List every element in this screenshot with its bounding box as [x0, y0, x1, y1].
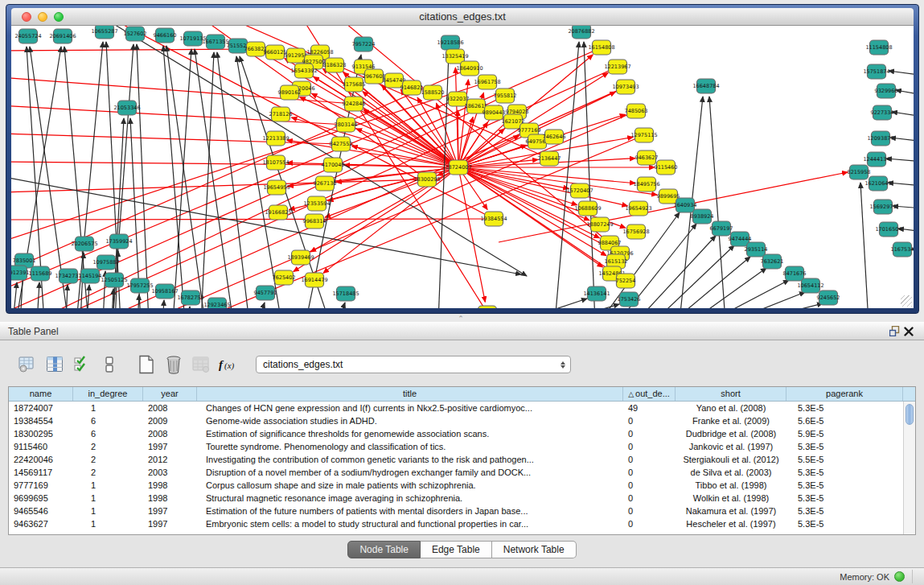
- graph-node[interactable]: 7485063: [625, 104, 648, 118]
- network-window-titlebar[interactable]: citations_edges.txt: [11, 8, 914, 26]
- citation-edge[interactable]: [458, 167, 569, 188]
- citation-edge[interactable]: [257, 303, 265, 308]
- graph-node[interactable]: 1753426: [618, 292, 641, 307]
- graph-node[interactable]: 18807249: [586, 217, 613, 232]
- graph-node[interactable]: 16543392: [290, 64, 317, 78]
- graph-node[interactable]: 19166825: [265, 205, 291, 220]
- graph-node[interactable]: 21053346: [113, 101, 140, 115]
- table-row[interactable]: 911546021997Tourette syndrome. Phenomeno…: [9, 440, 903, 453]
- table-row[interactable]: 1872400712008Changes of HCN gene express…: [9, 402, 903, 414]
- graph-node[interactable]: 9329966: [875, 84, 898, 98]
- new-table-icon[interactable]: [135, 353, 158, 376]
- graph-node[interactable]: 17016504: [875, 222, 901, 237]
- network-canvas[interactable]: 1872400724055724206914061065528715276029…: [11, 26, 914, 308]
- row-height-icon[interactable]: [98, 353, 121, 376]
- citation-edge[interactable]: [748, 303, 823, 308]
- graph-node[interactable]: 7462646: [543, 130, 566, 144]
- graph-node[interactable]: 12213967: [604, 60, 630, 74]
- graph-node[interactable]: 1115689: [29, 266, 52, 281]
- graph-node[interactable]: 15692971: [869, 200, 896, 214]
- citation-edge[interactable]: [13, 282, 17, 308]
- table-row[interactable]: 1938455462009Genome-wide association stu…: [9, 414, 903, 427]
- graph-node[interactable]: 10958167: [151, 284, 178, 299]
- citation-edge[interactable]: [217, 52, 249, 308]
- graph-node[interactable]: 7625402: [273, 270, 296, 285]
- citation-edge[interactable]: [888, 183, 914, 186]
- citation-edge[interactable]: [709, 97, 725, 308]
- graph-node[interactable]: 19654955: [263, 180, 290, 195]
- graph-node[interactable]: 18640910: [456, 61, 483, 76]
- graph-node[interactable]: 20876882: [568, 26, 594, 39]
- graph-node[interactable]: 9968314: [303, 214, 326, 229]
- graph-node[interactable]: 12353594: [303, 196, 330, 211]
- close-panel-icon[interactable]: [901, 325, 916, 338]
- citation-edge[interactable]: [173, 49, 191, 308]
- graph-node[interactable]: 18495756: [633, 177, 659, 192]
- table-row[interactable]: 1830029562008Estimation of significance …: [9, 427, 903, 440]
- window-resize-grip[interactable]: [901, 295, 912, 307]
- citation-edge[interactable]: [163, 46, 185, 308]
- graph-node[interactable]: 16648784: [692, 79, 719, 93]
- graph-node[interactable]: 17957255: [126, 278, 153, 293]
- table-row[interactable]: 946554611997Estimation of the future num…: [9, 505, 903, 517]
- citation-edge[interactable]: [889, 71, 914, 76]
- table-settings-icon[interactable]: [16, 353, 39, 376]
- panel-divider-handle[interactable]: ⌃: [455, 316, 466, 322]
- graph-node[interactable]: 16914479: [301, 273, 327, 287]
- citation-edge[interactable]: [896, 90, 914, 95]
- graph-node[interactable]: 3912391: [11, 266, 29, 280]
- graph-node[interactable]: 20206575: [71, 237, 97, 251]
- citation-edge[interactable]: [860, 183, 869, 308]
- citation-edge[interactable]: [515, 299, 587, 308]
- graph-node[interactable]: 18107554: [262, 155, 289, 170]
- column-header-name[interactable]: name: [9, 387, 73, 401]
- graph-node[interactable]: 9660125: [264, 45, 287, 60]
- graph-node[interactable]: 8427552: [330, 137, 353, 151]
- graph-node[interactable]: 15720407: [566, 183, 593, 198]
- table-row[interactable]: 977716911998Corpus callosum shape and si…: [9, 479, 903, 492]
- table-row[interactable]: 969969511998Structural magnetic resonanc…: [9, 492, 903, 505]
- network-graph[interactable]: 1872400724055724206914061065528715276029…: [11, 26, 914, 308]
- citation-edge[interactable]: [708, 280, 789, 308]
- graph-node[interactable]: 14569117: [474, 306, 500, 308]
- graph-node[interactable]: 12213389: [262, 131, 289, 146]
- graph-node[interactable]: 3175685: [343, 77, 366, 92]
- graph-node[interactable]: 12505125: [101, 273, 127, 287]
- graph-node[interactable]: 10973493: [612, 80, 639, 94]
- graph-node[interactable]: 16961758: [474, 75, 500, 89]
- graph-node[interactable]: 12444134: [863, 152, 889, 167]
- close-window-button[interactable]: [22, 12, 31, 22]
- graph-node[interactable]: 2803144: [335, 117, 358, 132]
- graph-node[interactable]: 10655287: [91, 26, 117, 39]
- graph-node[interactable]: 12923465: [203, 298, 230, 308]
- table-scrollbar-thumb[interactable]: [906, 404, 914, 425]
- graph-node[interactable]: 8938924: [691, 209, 714, 224]
- validate-columns-icon[interactable]: [71, 353, 93, 376]
- citation-edge[interactable]: [458, 167, 627, 206]
- graph-node[interactable]: 1145194: [79, 269, 102, 283]
- graph-node[interactable]: 7957224: [352, 37, 376, 51]
- graph-node[interactable]: 6679197: [710, 221, 733, 236]
- column-header-pagerank[interactable]: pagerank: [786, 387, 903, 401]
- graph-node[interactable]: 9267130: [314, 176, 337, 191]
- citation-edge[interactable]: [162, 300, 164, 308]
- graph-node[interactable]: 16154808: [588, 40, 614, 55]
- graph-node[interactable]: 19218586: [437, 35, 463, 50]
- graph-node[interactable]: 8186328: [323, 58, 347, 72]
- graph-node[interactable]: 10688609: [574, 201, 601, 216]
- graph-node[interactable]: 9457791: [254, 286, 277, 300]
- citation-edge[interactable]: [323, 167, 458, 273]
- tab-node-table[interactable]: Node Table: [347, 541, 421, 558]
- citation-edge[interactable]: [690, 268, 766, 308]
- graph-node[interactable]: 7955812: [494, 89, 517, 103]
- tab-edge-table[interactable]: Edge Table: [421, 541, 492, 558]
- graph-node[interactable]: 9146821: [400, 80, 424, 95]
- graph-node[interactable]: 19384554: [480, 212, 507, 226]
- graph-node[interactable]: 16782759: [177, 290, 203, 305]
- graph-node[interactable]: 1167534: [891, 242, 914, 257]
- graph-node[interactable]: 20691406: [49, 29, 76, 43]
- column-header-year[interactable]: year: [143, 387, 197, 401]
- tab-network-table[interactable]: Network Table: [492, 541, 577, 558]
- graph-node[interactable]: 12093877: [867, 131, 893, 146]
- graph-node[interactable]: 1588520: [421, 85, 445, 100]
